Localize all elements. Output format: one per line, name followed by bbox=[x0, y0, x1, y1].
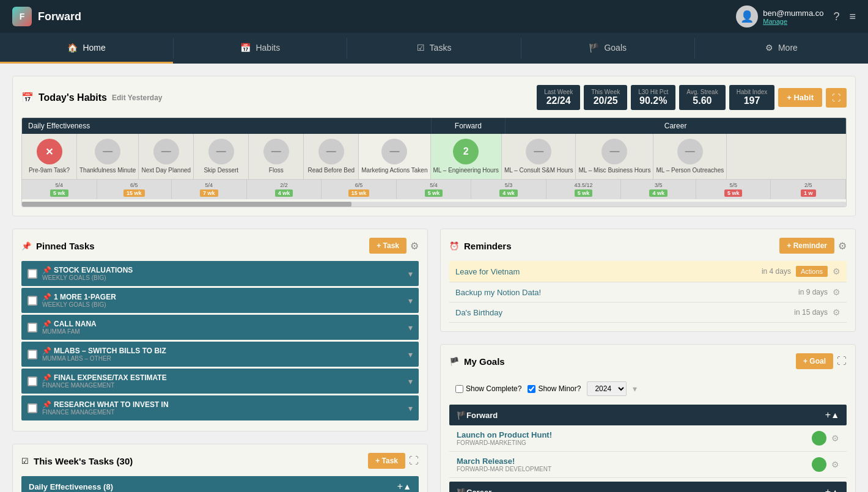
goal-march-release-title[interactable]: March Release! bbox=[457, 457, 807, 466]
task-arrow-callnana[interactable]: ▾ bbox=[408, 323, 413, 332]
habit-thankfulness-circle[interactable]: — bbox=[95, 139, 120, 164]
task-arrow-research[interactable]: ▾ bbox=[408, 403, 413, 413]
expand-goals-button[interactable]: ⛶ bbox=[837, 356, 847, 367]
show-complete-checkbox[interactable] bbox=[455, 385, 463, 393]
habit-readbed-circle[interactable]: — bbox=[318, 139, 344, 164]
task-arrow-1pager[interactable]: ▾ bbox=[408, 296, 413, 306]
add-habit-button[interactable]: + Habit bbox=[778, 88, 822, 107]
goals-career-collapse[interactable]: ▲ bbox=[831, 487, 839, 492]
expand-habits-button[interactable]: ⛶ bbox=[826, 88, 847, 108]
goals-forward-add[interactable]: + bbox=[825, 409, 831, 420]
habit-ml-consult: — ML – Consult S&M Hours bbox=[502, 134, 576, 179]
pinned-tasks-list: 📌 STOCK EVALUATIONS WEEKLY GOALS (BIG) ▾… bbox=[21, 261, 419, 420]
streak-readbed: 5/4 5 wk bbox=[397, 180, 472, 199]
habit-nextday-circle[interactable]: — bbox=[153, 139, 179, 164]
task-name-stock-text: STOCK EVALUATIONS bbox=[54, 266, 133, 274]
reminders-settings[interactable]: ⚙ bbox=[838, 240, 847, 252]
nav-habits-label: Habits bbox=[256, 43, 280, 53]
streak-ml-consult: 3/5 4 wk bbox=[621, 180, 696, 199]
habits-table-header: Daily Effectiveness Forward Career bbox=[22, 118, 846, 134]
task-content-research: 📌 RESEARCH WHAT TO INVEST IN FINANCE MAN… bbox=[42, 400, 403, 416]
task-name-callnana-text: CALL NANA bbox=[54, 320, 97, 328]
nav-habits[interactable]: 📅 Habits bbox=[174, 33, 347, 64]
goal-product-hunt-status bbox=[812, 431, 826, 446]
year-select[interactable]: 2024 bbox=[587, 381, 627, 396]
add-task-button[interactable]: + Task bbox=[369, 238, 406, 254]
nav-home[interactable]: 🏠 Home bbox=[0, 33, 173, 64]
menu-icon[interactable]: ≡ bbox=[849, 10, 856, 23]
help-icon[interactable]: ? bbox=[833, 10, 839, 23]
task-checkbox-stock[interactable] bbox=[28, 269, 37, 279]
habit-readbed: — Read Before Bed bbox=[304, 134, 359, 179]
habit-ml-eng: 2 ML – Engineering Hours bbox=[431, 134, 502, 179]
task-checkbox-research[interactable] bbox=[28, 403, 37, 413]
habit-ml-consult-label: ML – Consult S&M Hours bbox=[504, 167, 573, 174]
task-arrow-mlabs-bills[interactable]: ▾ bbox=[408, 350, 413, 359]
nav-tasks[interactable]: ☑ Tasks bbox=[347, 33, 520, 64]
habits-scrollbar[interactable] bbox=[22, 202, 846, 207]
pin-small-icon-4: 📌 bbox=[42, 347, 51, 355]
habit-nextday-label: Next Day Planned bbox=[141, 167, 191, 174]
task-checkbox-1pager[interactable] bbox=[28, 296, 37, 306]
week-section-collapse-btn[interactable]: ▲ bbox=[403, 482, 411, 491]
task-mlabs-bills: 📌 MLABS – SWITCH BILLS TO BIZ MUMMA LABS… bbox=[21, 342, 419, 367]
reminder-notion: Backup my Notion Data! in 9 days ⚙ bbox=[449, 282, 847, 303]
habit-pre9am-circle[interactable]: ✕ bbox=[37, 139, 62, 164]
add-reminder-button[interactable]: + Reminder bbox=[779, 238, 834, 254]
habit-ml-misc-circle[interactable]: — bbox=[601, 139, 627, 164]
logo: F Forward bbox=[12, 7, 81, 26]
goal-product-hunt-gear[interactable]: ⚙ bbox=[831, 433, 839, 443]
edit-yesterday[interactable]: Edit Yesterday bbox=[112, 94, 163, 102]
habit-ml-eng-circle[interactable]: 2 bbox=[453, 139, 479, 164]
add-week-task-button[interactable]: + Task bbox=[368, 453, 405, 469]
goals-career-title: Career bbox=[466, 488, 825, 493]
nav-goals[interactable]: 🏴 Goals bbox=[521, 33, 694, 64]
goals-career-add[interactable]: + bbox=[825, 486, 831, 492]
streak-pre9am-date: 5/4 bbox=[56, 182, 64, 188]
show-minor-checkbox[interactable] bbox=[528, 385, 535, 393]
habit-ml-eng-label: ML – Engineering Hours bbox=[433, 167, 499, 174]
reminders-card: ⏰ Reminders + Reminder ⚙ Leave for Vietn… bbox=[440, 229, 856, 332]
task-checkbox-mlabs-bills[interactable] bbox=[28, 350, 37, 359]
task-checkbox-callnana[interactable] bbox=[28, 323, 37, 332]
reminder-vietnam-name[interactable]: Leave for Vietnam bbox=[455, 267, 757, 276]
task-checkbox-expense[interactable] bbox=[28, 376, 37, 386]
goal-product-hunt-title[interactable]: Launch on Product Hunt! bbox=[457, 430, 807, 439]
streak-ml-misc-badge: 5 wk bbox=[724, 189, 743, 197]
add-goal-button[interactable]: + Goal bbox=[796, 353, 833, 369]
reminder-notion-gear[interactable]: ⚙ bbox=[833, 287, 840, 297]
task-arrow-expense[interactable]: ▾ bbox=[408, 376, 413, 386]
reminder-vietnam-gear[interactable]: ⚙ bbox=[833, 266, 840, 276]
streak-marketing-date: 5/3 bbox=[505, 182, 513, 188]
reminder-vietnam-actions[interactable]: Actions bbox=[796, 266, 828, 277]
goal-march-release-gear[interactable]: ⚙ bbox=[831, 460, 839, 469]
week-section-add-btn[interactable]: + bbox=[397, 481, 403, 492]
task-name-research: 📌 RESEARCH WHAT TO INVEST IN bbox=[42, 400, 403, 409]
reminder-birthday-gear[interactable]: ⚙ bbox=[833, 307, 840, 317]
habit-marketing-circle[interactable]: — bbox=[381, 139, 407, 164]
habits-card: 📅 Today's Habits Edit Yesterday Last Wee… bbox=[12, 76, 856, 216]
habit-skipdessert-label: Skip Dessert bbox=[204, 167, 238, 174]
goals-forward-collapse[interactable]: ▲ bbox=[831, 410, 839, 420]
task-callnana: 📌 CALL NANA MUMMA FAM ▾ bbox=[21, 315, 419, 340]
task-sub-research: FINANCE MANAGEMENT bbox=[42, 409, 403, 416]
reminder-birthday-name[interactable]: Da's Birthday bbox=[455, 308, 789, 317]
habit-skipdessert-circle[interactable]: — bbox=[208, 139, 234, 164]
streak-nextday-badge: 7 wk bbox=[200, 189, 218, 197]
habit-ml-person-circle[interactable]: — bbox=[677, 139, 703, 164]
goals-dropdown-btn[interactable]: ▾ bbox=[633, 384, 637, 394]
goals-career-icon: 🏴 bbox=[457, 488, 466, 493]
expand-week-tasks-button[interactable]: ⛶ bbox=[409, 455, 419, 466]
task-sub-1pager: WEEKLY GOALS (BIG) bbox=[42, 301, 403, 308]
habit-floss-circle[interactable]: — bbox=[263, 139, 289, 164]
streak-ml-person-badge: 1 w bbox=[801, 189, 816, 197]
task-name-1pager-text: 1 MORE 1-PAGER bbox=[54, 293, 116, 301]
manage-link[interactable]: Manage bbox=[763, 18, 823, 25]
reminders-list: Leave for Vietnam in 4 days Actions ⚙ Ba… bbox=[449, 261, 847, 323]
habits-scrollbar-thumb bbox=[22, 202, 351, 207]
habit-ml-consult-circle[interactable]: — bbox=[526, 139, 551, 164]
nav-more[interactable]: ⚙ More bbox=[695, 33, 868, 64]
reminder-notion-name[interactable]: Backup my Notion Data! bbox=[455, 288, 793, 297]
task-arrow-stock[interactable]: ▾ bbox=[408, 269, 413, 279]
pinned-tasks-settings[interactable]: ⚙ bbox=[410, 240, 419, 252]
